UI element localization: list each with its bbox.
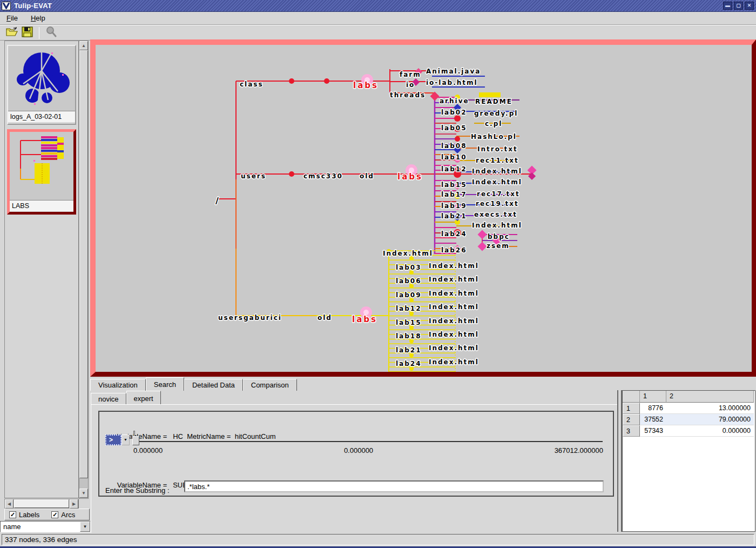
sidebar-vertical-scrollbar[interactable]: ▲ ▼ xyxy=(79,41,89,499)
search-frame: VariableName = HC MetricName = hitCountC… xyxy=(98,411,614,497)
graph-thumbnail-labs[interactable]: LABS xyxy=(7,129,76,215)
chevron-down-icon[interactable]: ▼ xyxy=(80,522,90,532)
svg-text:labs: labs xyxy=(397,172,423,182)
toolbar-separator xyxy=(39,27,39,39)
svg-text:Index.html: Index.html xyxy=(429,317,479,325)
tab-expert[interactable]: expert xyxy=(126,391,161,405)
scroll-left-arrow-icon[interactable]: ◀ xyxy=(5,499,14,509)
substring-input[interactable] xyxy=(184,480,604,492)
svg-text:farm: farm xyxy=(400,71,421,78)
column-header-1[interactable]: 1 xyxy=(640,391,666,403)
horizontal-scrollbar-thumb[interactable] xyxy=(14,499,69,508)
labels-checkbox-item[interactable]: ✓ Labels xyxy=(9,511,39,519)
svg-text:lab10: lab10 xyxy=(441,153,467,161)
row-header[interactable]: 3 xyxy=(623,425,640,437)
svg-text:labs: labs xyxy=(352,315,377,324)
results-table: 1 2 1 8776 13.000000 2 37552 79.000000 3… xyxy=(623,391,755,437)
operator-dropdown-arrow-icon[interactable]: ▼ xyxy=(122,435,130,445)
hc-slider-track[interactable] xyxy=(133,441,603,442)
svg-text:usersgaburici: usersgaburici xyxy=(218,314,282,322)
graph-thumbnail-labs-image xyxy=(10,132,73,200)
zoom-button[interactable] xyxy=(44,26,59,39)
graph-svg[interactable]: classfarmAnimal.javaioio-lab.htmlthreads… xyxy=(96,45,752,372)
graph-thumbnail-logs-label: logs_A_03-02-01 xyxy=(8,111,75,122)
svg-text:lab15: lab15 xyxy=(396,319,422,326)
svg-text:Index.html: Index.html xyxy=(472,168,522,175)
operator-value[interactable]: > xyxy=(105,435,122,445)
corner-header-cell xyxy=(623,391,640,403)
title-bar[interactable]: Tulip-EVAT ▬ ▢ ✕ xyxy=(0,0,756,12)
arcs-checkbox[interactable]: ✓ xyxy=(51,511,58,518)
column-header-2[interactable]: 2 xyxy=(666,391,754,403)
graph-thumbnail-labs-label: LABS xyxy=(10,200,73,211)
arcs-checkbox-label: Arcs xyxy=(61,511,75,519)
results-table-panel: 1 2 1 8776 13.000000 2 37552 79.000000 3… xyxy=(622,390,755,532)
scroll-right-arrow-icon[interactable]: ▶ xyxy=(70,499,78,509)
hc-slider-handle[interactable] xyxy=(132,436,139,445)
status-text: 337 nodes, 336 edges xyxy=(2,534,754,545)
table-cell[interactable]: 37552 xyxy=(640,414,666,425)
svg-text:lab03: lab03 xyxy=(396,264,422,271)
scroll-up-arrow-icon[interactable]: ▲ xyxy=(79,41,88,50)
graph-canvas[interactable]: classfarmAnimal.javaioio-lab.htmlthreads… xyxy=(90,39,756,377)
table-cell[interactable]: 13.000000 xyxy=(666,403,754,414)
tab-novice[interactable]: novice xyxy=(91,393,126,405)
svg-text:HashLo.pl: HashLo.pl xyxy=(471,133,517,141)
arcs-checkbox-item[interactable]: ✓ Arcs xyxy=(51,511,75,519)
app-icon[interactable] xyxy=(2,2,11,10)
minimize-button[interactable]: ▬ xyxy=(723,2,732,10)
menu-help[interactable]: Help xyxy=(31,14,45,22)
row-header[interactable]: 2 xyxy=(623,414,640,425)
close-button[interactable]: ✕ xyxy=(745,2,754,10)
graph-thumbnail-logs[interactable]: logs_A_03-02-01 xyxy=(7,45,76,125)
svg-text:old: old xyxy=(318,314,332,322)
metric-dropdown[interactable]: name ▼ xyxy=(0,521,91,532)
search-panel: VariableName = HC MetricName = hitCountC… xyxy=(91,404,619,534)
svg-text:Index.html: Index.html xyxy=(429,303,479,311)
menu-file[interactable]: File xyxy=(6,14,18,22)
vertical-scrollbar-thumb[interactable] xyxy=(79,50,88,478)
save-button[interactable] xyxy=(19,26,35,39)
labels-checkbox[interactable]: ✓ xyxy=(9,511,16,518)
maximize-button[interactable]: ▢ xyxy=(734,2,743,10)
svg-text:lab24: lab24 xyxy=(441,230,467,238)
operator-combo[interactable]: > ▼ xyxy=(105,435,130,445)
tab-search[interactable]: Search xyxy=(146,377,184,391)
svg-text:lab26: lab26 xyxy=(441,246,467,254)
svg-text:Index.html: Index.html xyxy=(429,358,479,366)
table-cell[interactable]: 79.000000 xyxy=(666,414,754,425)
hc-metric-value: hitCountCum xyxy=(235,432,276,440)
svg-text:lab19: lab19 xyxy=(441,202,467,210)
tab-comparison[interactable]: Comparison xyxy=(243,379,297,391)
table-cell[interactable]: 8776 xyxy=(640,403,666,414)
sidebar-horizontal-scrollbar[interactable]: ◀ ▶ xyxy=(4,499,79,509)
svg-text:lab17: lab17 xyxy=(441,191,467,198)
svg-text:Index.html: Index.html xyxy=(472,222,522,229)
hc-metric-label: MetricName = xyxy=(187,432,231,440)
svg-text:Index.html: Index.html xyxy=(429,276,479,283)
hc-variable-value: HC xyxy=(173,432,183,440)
open-file-icon xyxy=(5,26,18,39)
svg-text:README: README xyxy=(475,98,512,105)
svg-text:Index.html: Index.html xyxy=(429,331,479,338)
svg-text:lab09: lab09 xyxy=(396,291,422,299)
tab-detailed-data[interactable]: Detailed Data xyxy=(184,379,243,391)
svg-text:io-lab.html: io-lab.html xyxy=(426,79,478,86)
svg-text:rec17.txt: rec17.txt xyxy=(477,190,520,198)
tab-visualization[interactable]: Visualization xyxy=(90,379,146,391)
table-cell[interactable]: 0.000000 xyxy=(666,425,754,437)
svg-text:lab02: lab02 xyxy=(441,109,467,116)
row-header[interactable]: 1 xyxy=(623,403,640,414)
panel-splitter[interactable] xyxy=(617,390,622,532)
svg-text:lab15: lab15 xyxy=(441,181,467,189)
scroll-down-arrow-icon[interactable]: ▼ xyxy=(79,489,88,498)
table-cell[interactable]: 57343 xyxy=(640,425,666,437)
svg-text:lab18: lab18 xyxy=(396,332,422,340)
open-file-button[interactable] xyxy=(4,26,19,39)
svg-text:lab05: lab05 xyxy=(441,124,467,132)
svg-text:Intro.txt: Intro.txt xyxy=(477,145,518,153)
svg-text:threads: threads xyxy=(390,91,426,99)
slider-current-value: 0.000000 xyxy=(326,446,391,455)
svg-text:c.pl: c.pl xyxy=(485,120,502,128)
svg-text:users: users xyxy=(241,172,266,180)
